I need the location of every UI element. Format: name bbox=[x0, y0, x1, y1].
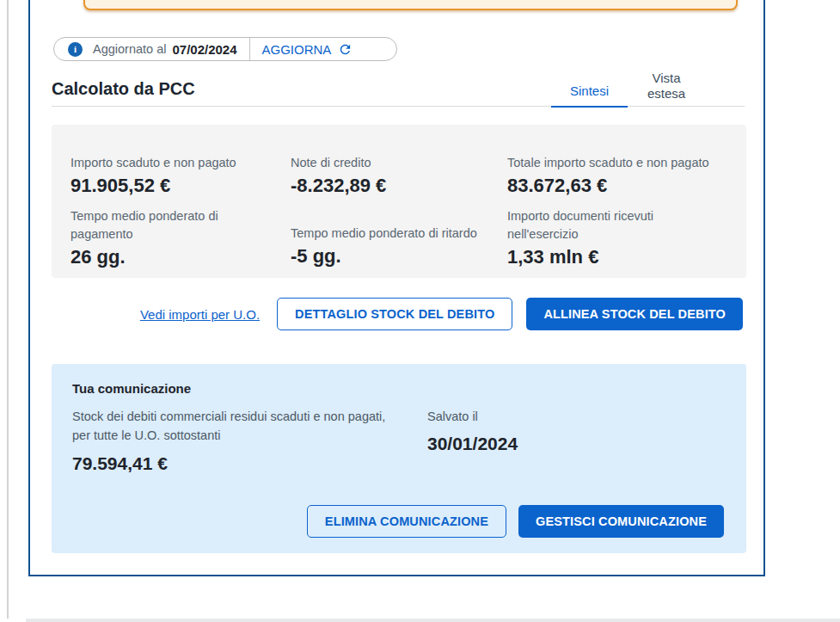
stat-value: -5 gg. bbox=[291, 245, 507, 268]
salvato-il-value: 30/01/2024 bbox=[427, 434, 726, 454]
refresh-button[interactable]: AGGIORNA bbox=[250, 38, 365, 60]
left-divider bbox=[7, 0, 9, 619]
stat-tempo-pagamento: Tempo medio ponderato di pagamento 26 gg… bbox=[71, 207, 291, 268]
page: i Aggiornato al 07/02/2024 AGGIORNA Calc… bbox=[0, 0, 840, 622]
stat-label: Note di credito bbox=[291, 137, 493, 172]
refresh-button-label: AGGIORNA bbox=[262, 42, 332, 57]
stat-label: Importo scaduto e non pagato bbox=[71, 137, 273, 172]
comunicazione-actions: ELIMINA COMUNICAZIONE GESTISCI COMUNICAZ… bbox=[307, 505, 724, 538]
info-icon[interactable]: i bbox=[68, 42, 83, 57]
stat-note-credito: Note di credito -8.232,89 € bbox=[291, 137, 507, 197]
allinea-stock-button[interactable]: ALLINEA STOCK DEL DEBITO bbox=[526, 298, 743, 330]
updated-at-label: Aggiornato al bbox=[93, 42, 166, 56]
stat-value: 83.672,63 € bbox=[507, 175, 727, 197]
stat-value: 91.905,52 € bbox=[71, 175, 291, 197]
stat-tempo-ritardo: Tempo medio ponderato di ritardo -5 gg. bbox=[291, 207, 507, 268]
tua-comunicazione-card: Tua comunicazione Stock dei debiti comme… bbox=[52, 364, 746, 553]
stat-label: Tempo medio ponderato di pagamento bbox=[71, 207, 273, 243]
stat-documenti-ricevuti: Importo documenti ricevuti nell'esercizi… bbox=[507, 207, 727, 268]
stat-value: 26 gg. bbox=[71, 246, 291, 268]
dettaglio-stock-button[interactable]: DETTAGLIO STOCK DEL DEBITO bbox=[277, 298, 512, 330]
view-tabs: Sintesi Vista estesa bbox=[551, 71, 745, 106]
updated-at-date: 07/02/2024 bbox=[172, 42, 236, 57]
stock-debiti-label: Stock dei debiti commerciali residui sca… bbox=[72, 407, 392, 446]
bottom-section-edge bbox=[26, 619, 840, 622]
stock-debiti-value: 79.594,41 € bbox=[72, 453, 427, 474]
stat-label: Importo documenti ricevuti nell'esercizi… bbox=[507, 207, 709, 243]
gestisci-comunicazione-button[interactable]: GESTISCI COMUNICAZIONE bbox=[518, 505, 724, 538]
refresh-icon bbox=[338, 42, 353, 57]
salvato-il-label: Salvato il bbox=[427, 407, 726, 426]
warning-alert bbox=[83, 0, 738, 10]
debt-stock-panel: i Aggiornato al 07/02/2024 AGGIORNA Calc… bbox=[28, 0, 765, 576]
vedi-importi-link[interactable]: Vedi importi per U.O. bbox=[140, 307, 260, 322]
comunicazione-values: Stock dei debiti commerciali residui sca… bbox=[72, 407, 726, 474]
stat-label: Totale importo scaduto e non pagato bbox=[507, 137, 709, 172]
actions-row: Vedi importi per U.O. DETTAGLIO STOCK DE… bbox=[52, 298, 746, 330]
pcc-stats-card: Importo scaduto e non pagato 91.905,52 €… bbox=[52, 125, 746, 278]
stat-value: -8.232,89 € bbox=[291, 175, 507, 197]
page-title: Calcolato da PCC bbox=[52, 79, 195, 99]
stat-label: Tempo medio ponderato di ritardo bbox=[291, 207, 493, 243]
elimina-comunicazione-button[interactable]: ELIMINA COMUNICAZIONE bbox=[307, 505, 506, 538]
update-status-bar: i Aggiornato al 07/02/2024 AGGIORNA bbox=[53, 37, 397, 61]
comunicazione-title: Tua comunicazione bbox=[72, 381, 726, 396]
salvato-il-cell: Salvato il 30/01/2024 bbox=[427, 407, 726, 474]
tab-sintesi[interactable]: Sintesi bbox=[551, 83, 628, 108]
tab-vista-estesa[interactable]: Vista estesa bbox=[628, 71, 705, 106]
stock-debiti-cell: Stock dei debiti commerciali residui sca… bbox=[72, 407, 427, 474]
stat-value: 1,33 mln € bbox=[507, 246, 727, 268]
section-header: Calcolato da PCC Sintesi Vista estesa bbox=[52, 71, 745, 107]
stat-importo-scaduto: Importo scaduto e non pagato 91.905,52 € bbox=[71, 137, 291, 197]
stat-totale-scaduto: Totale importo scaduto e non pagato 83.6… bbox=[507, 137, 727, 197]
